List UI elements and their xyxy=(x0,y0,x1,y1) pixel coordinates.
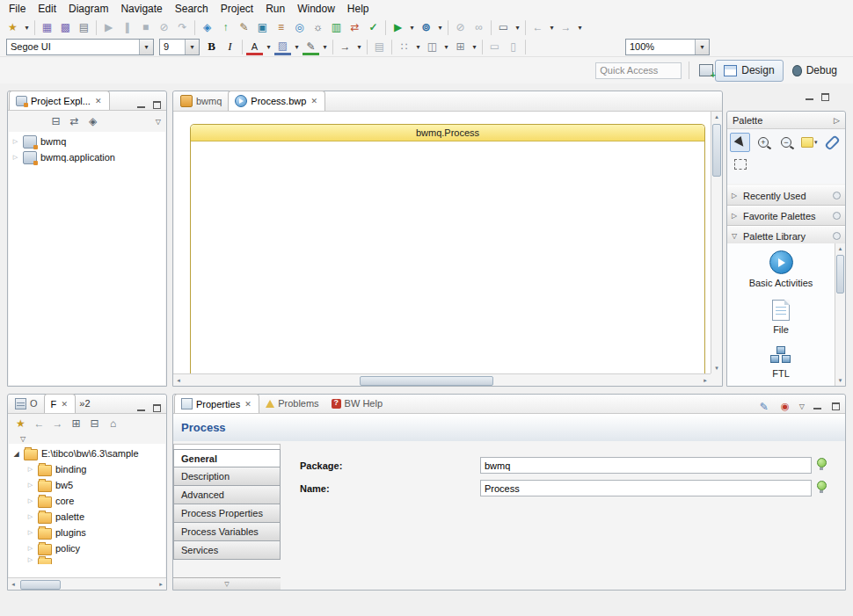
twisty-icon[interactable] xyxy=(11,138,19,145)
tab-problems[interactable]: Problems xyxy=(259,394,324,413)
menu-item[interactable]: Diagram xyxy=(62,1,114,17)
scroll-up-button[interactable] xyxy=(835,243,845,254)
twisty-icon[interactable] xyxy=(26,513,34,520)
link-editor-icon[interactable]: ∞ xyxy=(470,19,487,36)
view-menu-icon[interactable] xyxy=(799,402,805,410)
maximize-button[interactable] xyxy=(820,92,831,102)
minimize-button[interactable] xyxy=(135,100,147,110)
pause-icon[interactable]: ∥ xyxy=(119,19,135,36)
line-color-dropdown[interactable]: ▾ xyxy=(321,39,329,55)
preferences-icon[interactable]: ☼ xyxy=(310,19,326,36)
server-icon[interactable]: ▣ xyxy=(254,19,271,36)
forward-dropdown[interactable]: ▾ xyxy=(576,19,584,36)
forward-icon[interactable]: → xyxy=(558,19,574,36)
menu-item[interactable]: Navigate xyxy=(114,1,168,17)
menu-item[interactable]: Edit xyxy=(32,1,62,17)
back-icon[interactable]: ← xyxy=(529,19,546,36)
collapse-all-icon[interactable]: ⊟ xyxy=(47,113,64,130)
process-shape[interactable]: bwmq.Process xyxy=(190,124,705,373)
process-canvas[interactable]: bwmq.Process xyxy=(174,112,711,373)
debug-perspective-button[interactable]: Debug xyxy=(784,60,846,82)
layout-dropdown[interactable]: ▾ xyxy=(514,19,521,36)
pin-icon[interactable] xyxy=(833,212,841,220)
font-name-select[interactable]: Segoe UI xyxy=(6,39,154,55)
twisty-icon[interactable] xyxy=(26,482,34,489)
tab-bwmq[interactable]: bwmq xyxy=(174,91,228,111)
view-menu-icon[interactable] xyxy=(156,118,161,126)
chevron-down-icon[interactable] xyxy=(695,40,709,54)
match-width-icon[interactable]: ▭ xyxy=(486,39,503,55)
scroll-right-button[interactable] xyxy=(700,375,711,386)
palette-item-basic-activities[interactable]: Basic Activities xyxy=(749,250,813,288)
pin-icon[interactable] xyxy=(833,192,841,199)
palette-item-ftl[interactable]: FTL xyxy=(769,346,792,379)
chevron-down-icon[interactable] xyxy=(139,40,153,54)
process-shape-title[interactable]: bwmq.Process xyxy=(191,125,704,141)
minimize-button[interactable] xyxy=(812,402,823,411)
tree-item-partial[interactable] xyxy=(9,556,165,564)
close-icon[interactable] xyxy=(310,97,318,105)
nav-item-process-properties[interactable]: Process Properties xyxy=(173,504,281,523)
maximize-button[interactable] xyxy=(151,403,163,413)
fill-color-icon[interactable]: ▨ xyxy=(274,40,291,55)
view-menu-icon[interactable] xyxy=(20,435,26,443)
zoom-in-tool[interactable] xyxy=(753,133,773,152)
validate-icon[interactable]: ✓ xyxy=(365,19,382,36)
package-field[interactable] xyxy=(480,457,812,474)
twisty-icon[interactable] xyxy=(26,529,34,536)
connector-style-dropdown[interactable]: ▾ xyxy=(355,39,363,55)
save-all-icon[interactable]: ▩ xyxy=(57,19,74,36)
note-tool[interactable] xyxy=(799,133,820,152)
chevron-down-icon[interactable] xyxy=(814,139,818,146)
font-size-select[interactable]: 9 xyxy=(159,39,200,55)
twisty-icon[interactable] xyxy=(26,497,34,504)
snap-grid-dropdown[interactable]: ▾ xyxy=(414,39,422,55)
italic-button[interactable]: I xyxy=(222,39,238,55)
tab-bw-help[interactable]: BW Help xyxy=(325,394,389,413)
link-with-editor-icon[interactable]: ⇄ xyxy=(66,113,83,130)
save-icon[interactable]: ▦ xyxy=(39,19,55,36)
select-table-icon[interactable]: ▤ xyxy=(371,39,388,55)
nav-item-general[interactable]: General xyxy=(173,449,281,467)
nav-item-process-variables[interactable]: Process Variables xyxy=(173,523,281,541)
scroll-right-button[interactable] xyxy=(156,579,166,590)
print-icon[interactable]: ▤ xyxy=(76,19,92,36)
match-size-icon[interactable]: ⊞ xyxy=(452,39,469,55)
scroll-down-button[interactable] xyxy=(711,363,722,373)
disconnect-icon[interactable]: ⊘ xyxy=(156,19,172,36)
new-application-icon[interactable]: ◈ xyxy=(199,19,215,36)
fill-color-dropdown[interactable]: ▾ xyxy=(293,39,301,55)
align-dropdown[interactable]: ▾ xyxy=(442,39,450,55)
project-tree-item[interactable]: bwmq xyxy=(11,134,165,149)
menu-item[interactable]: Run xyxy=(259,1,291,17)
nav-item-advanced[interactable]: Advanced xyxy=(173,486,281,504)
tree-root-item[interactable]: E:\tibco\bw\6.3\sample xyxy=(9,446,165,461)
nav-item-description[interactable]: Description xyxy=(173,467,281,486)
zoom-out-tool[interactable] xyxy=(776,133,796,152)
twisty-icon[interactable] xyxy=(11,154,19,161)
connector-style-icon[interactable]: → xyxy=(337,39,354,55)
scrollbar-thumb[interactable] xyxy=(836,255,844,294)
twisty-icon[interactable] xyxy=(26,545,34,552)
menu-item[interactable]: Help xyxy=(341,1,375,17)
twisty-icon[interactable] xyxy=(26,466,34,473)
quick-access-input[interactable] xyxy=(595,62,682,79)
zoom-select[interactable]: 100% xyxy=(625,39,710,55)
back-dropdown[interactable]: ▾ xyxy=(548,19,556,36)
run-icon[interactable]: ▶ xyxy=(390,19,406,36)
new-wizard-dropdown[interactable]: ▾ xyxy=(23,19,31,36)
snap-grid-icon[interactable]: ∷ xyxy=(396,39,412,55)
tab-outline[interactable]: O xyxy=(9,394,44,413)
filter-icon[interactable]: ★ xyxy=(12,416,29,432)
project-tree-item[interactable]: bwmq.application xyxy=(11,149,165,165)
back-icon[interactable]: ← xyxy=(31,416,47,432)
nav-item-services[interactable]: Services xyxy=(173,541,281,560)
menu-item[interactable]: Project xyxy=(215,1,259,17)
tab-file-explorer[interactable]: F xyxy=(44,394,77,413)
forward-icon[interactable]: → xyxy=(49,416,66,432)
create-module-property-button[interactable] xyxy=(816,458,826,470)
mapper-icon[interactable]: ⇄ xyxy=(346,19,363,36)
name-field[interactable] xyxy=(480,480,812,496)
tab-project-explorer[interactable]: Project Expl... xyxy=(9,91,110,110)
database-icon[interactable]: ≡ xyxy=(273,19,289,36)
